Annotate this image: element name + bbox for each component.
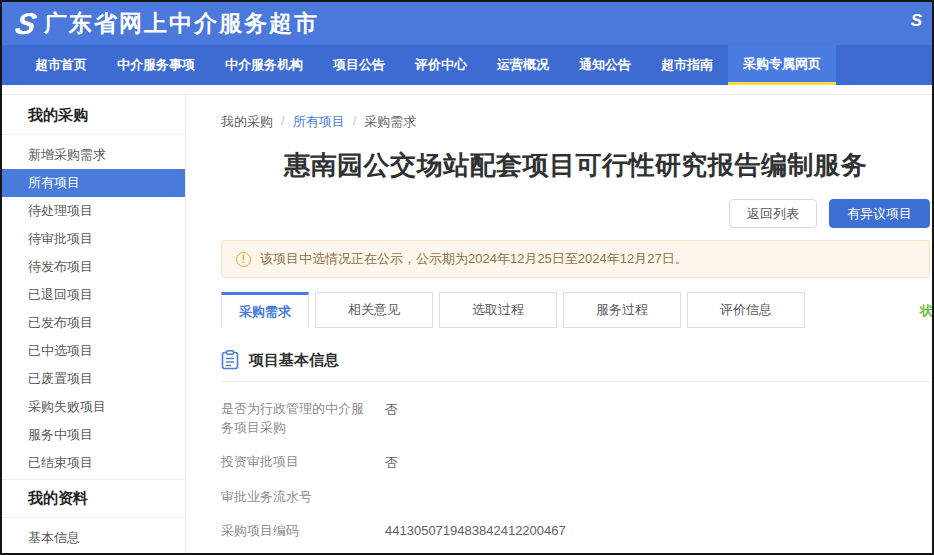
brand-logo-icon: S: [16, 9, 34, 39]
nav-item-notices[interactable]: 通知公告: [564, 45, 646, 85]
tab-procurement-demand[interactable]: 采购需求: [221, 292, 309, 328]
brand-logo-glyph: S: [13, 9, 37, 39]
field-value: 4413050719483842412200467: [385, 521, 566, 541]
sidebar-item-pending-publish[interactable]: 待发布项目: [2, 253, 185, 281]
tab-service-process[interactable]: 服务过程: [563, 292, 681, 328]
header-right-logo-glyph: S: [911, 11, 920, 30]
basic-info-section-header: 项目基本信息: [221, 350, 930, 382]
sidebar-section-my-profile: 我的资料: [2, 479, 185, 518]
basic-info-fields: 是否为行政管理的中介服务项目采购 否 投资审批项目 否 审批业务流水号 采购项目…: [221, 399, 930, 554]
back-to-list-button[interactable]: 返回列表: [729, 199, 817, 228]
sidebar-item-pending-projects[interactable]: 待处理项目: [2, 197, 185, 225]
body-row: 我的采购 新增采购需求 所有项目 待处理项目 待审批项目 待发布项目 已退回项目…: [2, 94, 932, 554]
nav-item-home[interactable]: 超市首页: [20, 45, 102, 85]
sidebar-item-pending-approval[interactable]: 待审批项目: [2, 225, 185, 253]
tab-selection-process[interactable]: 选取过程: [439, 292, 557, 328]
sidebar-item-in-service[interactable]: 服务中项目: [2, 421, 185, 449]
clipboard-icon: [221, 350, 239, 370]
breadcrumb-my-procurement[interactable]: 我的采购: [221, 113, 273, 131]
publicity-notice: ! 该项目中选情况正在公示，公示期为2024年12月25日至2024年12月27…: [221, 240, 930, 278]
page: S 广东省网上中介服务超市 S 超市首页 中介服务事项 中介服务机构 项目公告 …: [0, 0, 934, 555]
breadcrumb-separator: /: [281, 113, 285, 131]
sidebar-item-basic-info[interactable]: 基本信息: [2, 524, 185, 552]
nav-item-service-matters[interactable]: 中介服务事项: [102, 45, 210, 85]
field-value: 否: [385, 452, 398, 472]
project-title: 惠南园公交场站配套项目可行性研究报告编制服务: [221, 148, 930, 183]
sidebar-item-all-projects[interactable]: 所有项目: [2, 169, 185, 197]
notice-text: 该项目中选情况正在公示，公示期为2024年12月25日至2024年12月27日。: [260, 250, 688, 268]
sidebar-section-my-procurement: 我的采购: [2, 97, 185, 135]
sidebar-item-returned[interactable]: 已退回项目: [2, 281, 185, 309]
sidebar-item-new-procurement[interactable]: 新增采购需求: [2, 141, 185, 169]
sidebar-item-abandoned[interactable]: 已废置项目: [2, 365, 185, 393]
objection-project-button[interactable]: 有异议项目: [829, 199, 930, 228]
nav-item-purchaser-page[interactable]: 采购专属网页: [728, 45, 836, 85]
field-value: 否: [385, 399, 398, 437]
sidebar-item-finished[interactable]: 已结束项目: [2, 449, 185, 477]
breadcrumb-all-projects[interactable]: 所有项目: [293, 113, 345, 131]
sidebar-item-selected[interactable]: 已中选项目: [2, 337, 185, 365]
breadcrumb-separator: /: [353, 113, 357, 131]
field-row-investment-approval: 投资审批项目 否: [221, 452, 930, 472]
action-buttons: 返回列表 有异议项目: [221, 199, 930, 228]
nav-item-operations-overview[interactable]: 运营概况: [482, 45, 564, 85]
sidebar-item-published[interactable]: 已发布项目: [2, 309, 185, 337]
field-row-approval-serial-number: 审批业务流水号: [221, 487, 930, 506]
detail-tabs: 采购需求 相关意见 选取过程 服务过程 评价信息 状: [221, 292, 930, 328]
section-title: 项目基本信息: [249, 351, 339, 370]
field-row-project-code: 采购项目编码 4413050719483842412200467: [221, 521, 930, 541]
site-title: 广东省网上中介服务超市: [44, 8, 319, 39]
content: 我的采购 / 所有项目 / 采购需求 惠南园公交场站配套项目可行性研究报告编制服…: [186, 95, 932, 554]
sidebar: 我的采购 新增采购需求 所有项目 待处理项目 待审批项目 待发布项目 已退回项目…: [2, 95, 186, 554]
sidebar-item-failed[interactable]: 采购失败项目: [2, 393, 185, 421]
tab-related-opinions[interactable]: 相关意见: [315, 292, 433, 328]
breadcrumb-procurement-demand: 采购需求: [364, 113, 416, 131]
field-label: 审批业务流水号: [221, 487, 371, 506]
field-label: 投资审批项目: [221, 452, 371, 472]
breadcrumb: 我的采购 / 所有项目 / 采购需求: [221, 95, 930, 131]
nav-item-service-agencies[interactable]: 中介服务机构: [210, 45, 318, 85]
warning-icon: !: [236, 252, 251, 267]
header: S 广东省网上中介服务超市 S: [2, 2, 932, 45]
field-label: 采购项目编码: [221, 521, 371, 541]
main-nav: 超市首页 中介服务事项 中介服务机构 项目公告 评价中心 运营概况 通知公告 超…: [2, 45, 932, 85]
nav-item-project-announcements[interactable]: 项目公告: [318, 45, 400, 85]
nav-item-evaluation-center[interactable]: 评价中心: [400, 45, 482, 85]
status-text-cutoff: 状: [920, 302, 932, 320]
tab-evaluation-info[interactable]: 评价信息: [687, 292, 805, 328]
field-label: 是否为行政管理的中介服务项目采购: [221, 399, 371, 437]
field-row-admin-intermediary: 是否为行政管理的中介服务项目采购 否: [221, 399, 930, 437]
header-right-logo-icon: S: [911, 12, 920, 30]
nav-item-guide[interactable]: 超市指南: [646, 45, 728, 85]
